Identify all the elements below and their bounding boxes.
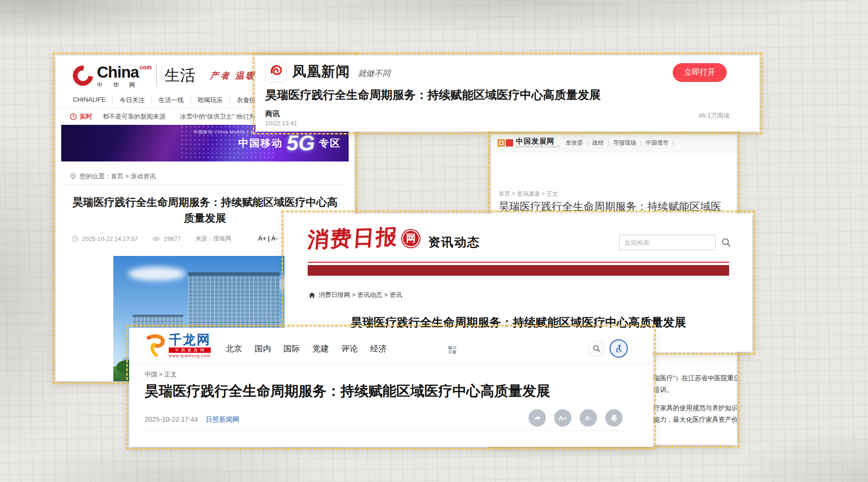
more-menu-grid-icon[interactable] [448, 346, 456, 354]
source-link[interactable]: 日照新闻网 [206, 415, 240, 424]
ticker-label: 实时 [80, 112, 92, 121]
breadcrumb-divider [63, 185, 347, 185]
dark-red-nav-bar [308, 265, 729, 276]
devnet-logo-icon [498, 139, 505, 147]
devnet-brand-text: 中国发展网 [516, 137, 560, 145]
breadcrumb-text: 您的位置：首页 > 滚动资讯 [80, 172, 156, 181]
news-search-input[interactable] [619, 235, 716, 250]
location-pin-icon [70, 173, 76, 180]
qianlong-nav: 北京 国内 国际 党建 评论 经济 [226, 343, 387, 354]
home-icon [309, 292, 315, 298]
article-action-icons: A+ A- [529, 409, 623, 427]
qianlong-brand-sub: 中国首都网 [169, 348, 211, 353]
china-logo-row: China com 中 华 网 生活 产者 温暖 深度 [73, 61, 282, 90]
consumer-brand-calligraphy[interactable]: 消费日报 [307, 223, 400, 254]
ticker-item[interactable]: 冰雪中的“保供卫士” 他们为四 [180, 112, 261, 121]
search-icon[interactable] [721, 238, 731, 249]
devnet-brand-domain: CHINADEVELOPMENT.COM.CN [516, 146, 560, 148]
print-icon[interactable] [605, 409, 623, 427]
phoenix-channel: 商讯 [265, 109, 280, 119]
phoenix-read-count: 46.1万阅读 [699, 111, 730, 120]
view-count: 29677 [164, 236, 181, 242]
open-app-button[interactable]: 立即打开 [673, 63, 727, 82]
qianlong-logo[interactable]: 千龙网 中国首都网 www.qianlong.com [143, 334, 211, 359]
devnet-body-fragment: 疗家具的使用规范与养护知识， [653, 404, 737, 413]
phoenix-slogan: 就做不同 [358, 68, 391, 79]
breadcrumb-text: 消费日报网 > 资讯动态 > 资讯 [319, 291, 402, 299]
devnet-body-fragment: 培训。 [653, 386, 673, 394]
banner-operator: 中国移动 [238, 136, 283, 150]
font-increase-icon[interactable]: A+ [554, 409, 571, 427]
banner-headline: 中国移动 5G 专区 [238, 133, 341, 154]
consumer-section-title: 资讯动态 [428, 234, 480, 250]
devnet-nav: 发改委 政经 导报现场 中国债市 [566, 139, 678, 147]
qianlong-article-meta: 2025-10-22 17:44 日照新闻网 [145, 415, 240, 424]
china-nav: CHINALIFE 今日关注 生活一线 吃喝玩乐 衣食住行 [73, 96, 269, 105]
phoenix-logo-icon[interactable] [265, 61, 286, 82]
qianlong-brand-text: 千龙网 [169, 334, 211, 347]
qianlong-nav-party[interactable]: 党建 [312, 343, 329, 354]
devnet-brand[interactable]: 中国发展网 CHINADEVELOPMENT.COM.CN [516, 137, 560, 148]
devnet-breadcrumb[interactable]: 首页 > 资讯速递 > 正文 [499, 190, 558, 198]
china-brand-text: China [97, 64, 139, 80]
qianlong-nav-beijing[interactable]: 北京 [226, 343, 242, 354]
publish-datetime: 2025-10-22 14:17:57 [82, 236, 138, 242]
china-brand-cn: 中 华 网 [97, 82, 151, 88]
meta-divider [145, 430, 624, 431]
font-decrease-icon[interactable]: A- [580, 409, 597, 427]
china-breadcrumb[interactable]: 您的位置：首页 > 滚动资讯 [70, 172, 156, 181]
china-wordmark[interactable]: China com 中 华 网 [97, 64, 151, 88]
china-nav-chinalife[interactable]: CHINALIFE [73, 96, 112, 105]
devnet-body-fragment: 瑞医疗”）在江苏省中医院重庆 [653, 374, 737, 383]
devnet-nav-fgw[interactable]: 发改委 [566, 139, 592, 147]
devnet-header: 中国发展网 CHINADEVELOPMENT.COM.CN 发改委 政经 导报现… [491, 134, 737, 152]
phoenix-publish-time: 10/22 13:41 [265, 120, 297, 127]
qianlong-nav-economy[interactable]: 经济 [370, 343, 387, 354]
header-divider [129, 364, 653, 365]
qianlong-breadcrumb[interactable]: 中国 > 正文 [145, 370, 177, 379]
china-nav-life-line[interactable]: 生活一线 [151, 96, 190, 105]
qianlong-screenshot-panel: 千龙网 中国首都网 www.qianlong.com 北京 国内 国际 党建 评… [129, 328, 653, 447]
qianlong-nav-comment[interactable]: 评论 [341, 343, 358, 354]
china-brush-c-icon [68, 61, 97, 90]
phoenix-news-screenshot-panel: 凤凰新闻 就做不同 立即打开 昊瑞医疗践行全生命周期服务：持续赋能区域医疗中心高… [256, 55, 760, 132]
clock-icon [70, 113, 77, 120]
ticker-item[interactable]: 都不是可靠的新闻来源 [103, 112, 165, 121]
devnet-body-fragment: 能力，最大化医疗家具资产价 [653, 415, 737, 424]
china-nav-today[interactable]: 今日关注 [112, 96, 151, 105]
qianlong-nav-international[interactable]: 国际 [284, 343, 300, 354]
devnet-nav-zhengjing[interactable]: 政经 [592, 139, 613, 147]
qianlong-article-title: 昊瑞医疗践行全生命周期服务：持续赋能区域医疗中心高质量发展 [145, 382, 550, 401]
china-nav-eat-play[interactable]: 吃喝玩乐 [190, 96, 230, 105]
views-eye-icon [152, 236, 160, 241]
red-divider-line [308, 262, 729, 263]
accessibility-icon[interactable] [610, 339, 628, 358]
dragon-swoosh-icon [143, 334, 168, 359]
banner-5g: 5G [286, 133, 315, 154]
share-icon[interactable] [529, 409, 546, 427]
consumer-net-badge-icon: 网 [402, 230, 420, 247]
article-source: 来源：搜狐网 [195, 235, 231, 243]
font-size-controls[interactable]: A+ | A- [258, 235, 278, 242]
china-brand-tld: com [140, 65, 152, 70]
devnet-nav-zhaishi[interactable]: 中国债市 [645, 139, 678, 147]
devnet-nav-daobao[interactable]: 导报现场 [613, 139, 645, 147]
clock-icon [72, 236, 78, 242]
consumer-logo-row: 消费日报 网 资讯动态 [308, 224, 480, 253]
article-title-line1: 昊瑞医疗践行全生命周期服务：持续赋能区域医疗中心高 [60, 194, 350, 210]
qianlong-nav-domestic[interactable]: 国内 [255, 343, 271, 354]
cloud [128, 267, 186, 281]
consumer-breadcrumb[interactable]: 消费日报网 > 资讯动态 > 资讯 [309, 291, 402, 299]
banner-zone: 专区 [319, 136, 341, 150]
phoenix-brand-text: 凤凰新闻 [292, 62, 350, 81]
phoenix-article-title: 昊瑞医疗践行全生命周期服务：持续赋能区域医疗中心高质量发展 [265, 87, 680, 103]
search-icon[interactable] [588, 340, 605, 357]
china-section-title: 生活 [164, 65, 195, 86]
china-article-meta: 2025-10-22 14:17:57 29677 来源：搜狐网 [72, 235, 231, 243]
devnet-logo-icon [506, 139, 513, 147]
phoenix-logo-row: 凤凰新闻 就做不同 [265, 61, 391, 82]
publish-datetime: 2025-10-22 17:44 [145, 415, 198, 424]
qianlong-brand-url: www.qianlong.com [169, 354, 211, 358]
devnet-article-title: 昊瑞医疗践行全生命周期服务：持续赋能区域医 [499, 200, 737, 214]
logo-divider [156, 65, 157, 86]
